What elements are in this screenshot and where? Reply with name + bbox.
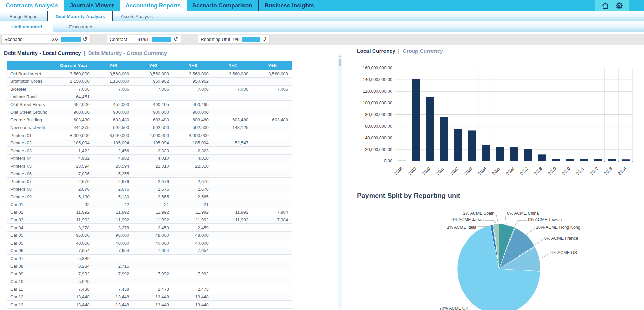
column-header[interactable]: Current Year <box>54 61 94 70</box>
table-row[interactable]: Bicester7,0067,0067,0067,0067,0067,006 <box>7 85 292 93</box>
toggle-local-currency[interactable]: Local Currency <box>357 48 395 54</box>
table-row[interactable]: Car 0540,00040,00040,00040,000 <box>7 239 292 247</box>
maturity-value <box>213 78 253 86</box>
scenario-refresh-icon[interactable]: ↺ <box>83 36 88 42</box>
maturity-value: 7,654 <box>173 247 213 255</box>
bar-2030 <box>566 159 574 161</box>
table-row[interactable]: Printers 082,6762,6762,6762,676 <box>7 185 292 193</box>
maturity-value <box>252 108 292 116</box>
table-row[interactable]: Car 067,6547,6547,6547,654 <box>7 247 292 255</box>
maturity-value: 148,125 <box>213 124 253 131</box>
table-row[interactable]: Latimer Road64,451 <box>7 93 292 101</box>
reporting-unit-filter[interactable]: Reporting Unit 9/9 ↺ <box>198 35 270 44</box>
content-area: Debt Maturity - Local Currency | Debt Ma… <box>0 45 644 310</box>
tab-undiscounted[interactable]: Undiscounted <box>0 21 53 32</box>
maturity-value: 42 <box>54 201 94 208</box>
table-row[interactable]: Printers 018,000,0008,000,0004,000,0004,… <box>7 131 292 139</box>
maturity-value: 2,565 <box>173 193 213 201</box>
table-row[interactable]: Olaf Street Floors452,000452,000490,4954… <box>7 100 292 108</box>
svg-text:0.00: 0.00 <box>384 159 392 164</box>
maturity-value: 7,006 <box>133 85 173 93</box>
maturity-value: 48,000 <box>133 231 173 239</box>
contract-name: Brompton Cross <box>7 78 54 86</box>
table-row[interactable]: George Building603,480603,480603,480603,… <box>7 116 292 124</box>
scrollbar-thumb[interactable] <box>339 59 341 66</box>
table-row[interactable]: Car 043,2783,2782,4592,459 <box>7 224 292 232</box>
svg-text:2026: 2026 <box>505 166 516 176</box>
maturity-value <box>213 224 253 232</box>
maturity-value: 3,560,000 <box>54 70 94 78</box>
column-header[interactable] <box>7 61 54 70</box>
tab-bridge-report[interactable]: Bridge Report <box>0 11 47 21</box>
tab-discounted[interactable]: Discounted <box>53 21 108 32</box>
table-row[interactable]: Printers 072,6762,6762,6762,676 <box>7 177 292 185</box>
nav-tab-journals-viewer[interactable]: Journals Viewer <box>64 0 120 11</box>
table-row[interactable]: Car 0142422121 <box>7 201 292 208</box>
table-row[interactable]: Brompton Cross1,150,0001,150,000950,9629… <box>7 78 292 86</box>
maturity-value <box>213 155 253 162</box>
maturity-value: 3,278 <box>54 224 94 232</box>
table-row[interactable]: Printers 02105,094105,094105,094105,0945… <box>7 139 292 147</box>
table-row[interactable]: Car 105,025 <box>7 278 292 285</box>
svg-text:2020: 2020 <box>421 166 431 176</box>
table-row[interactable]: Printers 095,1305,1302,5652,565 <box>7 193 292 201</box>
maturity-value: 21 <box>133 201 173 208</box>
bar-2026 <box>510 147 518 161</box>
table-row[interactable]: Car 075,889 <box>7 254 292 262</box>
maturity-value: 7,006 <box>54 85 94 93</box>
table-scrollbar[interactable] <box>338 54 342 309</box>
table-row[interactable]: Car 117,4387,4382,4732,473 <box>7 285 292 293</box>
table-row[interactable]: New contract with444,375592,500592,50059… <box>7 124 292 131</box>
title-local-currency[interactable]: Debt Maturity - Local Currency <box>4 50 81 56</box>
table-row[interactable]: Car 0311,99211,99211,99211,99211,9927,98… <box>7 216 292 224</box>
maturity-value: 1,150,000 <box>94 78 133 86</box>
contract-name: Car 05 <box>7 231 54 239</box>
table-row[interactable]: Car 0596,00096,00048,00048,000 <box>7 231 292 239</box>
scroll-up-icon[interactable] <box>339 55 341 57</box>
table-row[interactable]: Printers 031,4222,4562,3232,323 <box>7 147 292 155</box>
table-row[interactable]: Old Bond street3,560,0003,560,0003,560,0… <box>7 70 292 78</box>
nav-tab-contracts-analysis[interactable]: Contracts Analysis <box>0 0 64 11</box>
column-header[interactable]: Y+4 <box>213 61 253 70</box>
maturity-value: 64,451 <box>54 93 94 101</box>
home-icon[interactable] <box>601 2 609 10</box>
table-row[interactable]: Printers 067,0065,255 <box>7 170 292 178</box>
maturity-value: 22,310 <box>133 162 173 170</box>
reporting-unit-refresh-icon[interactable]: ↺ <box>262 36 267 42</box>
title-group-currency[interactable]: Debt Maturity - Group Currency <box>88 50 167 56</box>
column-header[interactable]: Y+1 <box>94 61 133 70</box>
contract-filter[interactable]: Contract 91/91 ↺ <box>107 35 181 44</box>
maturity-value <box>133 170 173 178</box>
tab-debt-maturity-analysis[interactable]: Debt Maturity Analysis <box>48 11 112 21</box>
column-header[interactable]: Y+3 <box>173 61 213 70</box>
maturity-value <box>252 177 292 185</box>
table-row[interactable]: Olaf Street Ground900,000900,000900,0009… <box>7 108 292 116</box>
bar-2034 <box>622 159 630 161</box>
table-row[interactable]: Car 0211,99211,99211,99211,99211,9927,98… <box>7 208 292 216</box>
nav-tab-scenario-comparison[interactable]: Scenario Comparison <box>187 0 258 11</box>
column-header[interactable]: Y+2 <box>133 61 173 70</box>
maturity-value: 2,676 <box>54 185 94 193</box>
maturity-value: 7,006 <box>94 85 133 93</box>
tab-assets-analysis[interactable]: Assets Analysis <box>113 11 160 21</box>
table-row[interactable]: Printers 044,9824,9824,0104,010 <box>7 155 292 162</box>
contract-refresh-icon[interactable]: ↺ <box>174 36 178 42</box>
table-row[interactable]: Car 1213,44813,44813,44813,448 <box>7 293 292 301</box>
column-header[interactable]: Y+5 <box>252 61 292 70</box>
maturity-value <box>252 155 292 162</box>
pie-label: 0% ACME Taiwan <box>528 217 562 222</box>
settings-gear-icon[interactable] <box>615 1 624 10</box>
nav-tab-business-insights[interactable]: Business Insights <box>258 0 320 11</box>
toggle-group-currency[interactable]: Group Currency <box>403 48 443 54</box>
svg-text:2034: 2034 <box>617 166 627 176</box>
table-row[interactable]: Car 1313,44813,44813,44813,448 <box>7 301 292 309</box>
nav-tab-accounting-reports[interactable]: Accounting Reports <box>120 0 186 11</box>
scenario-filter[interactable]: Scenario 3/3 ↺ <box>1 35 91 44</box>
maturity-value <box>213 270 253 278</box>
table-row[interactable]: Car 088,2842,715 <box>7 262 292 270</box>
maturity-value: 7,992 <box>94 270 133 278</box>
maturity-value: 13,448 <box>173 293 213 301</box>
table-row[interactable]: Car 097,9927,9927,9927,992 <box>7 270 292 278</box>
maturity-value: 8,284 <box>54 262 94 270</box>
table-row[interactable]: Printers 0528,59428,59422,31022,310 <box>7 162 292 170</box>
